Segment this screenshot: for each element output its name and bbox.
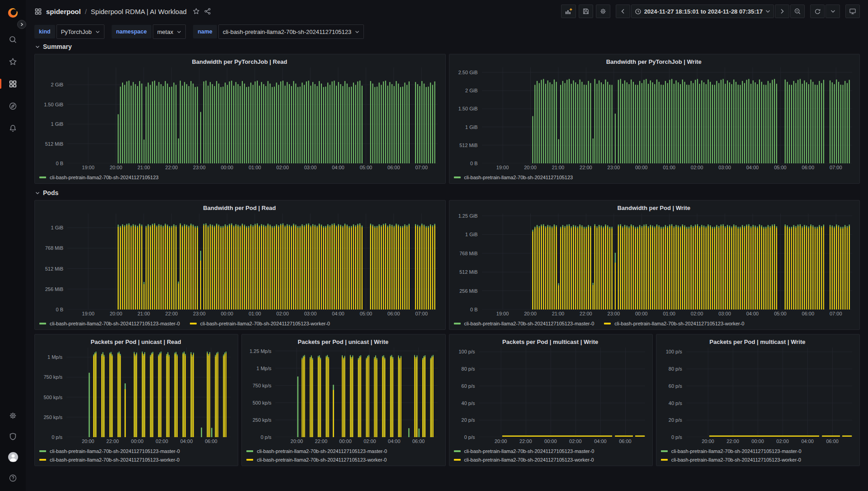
- x-tick-label: 04:00: [332, 165, 344, 170]
- legend-item[interactable]: cli-bash-pretrain-llama2-70b-sh-20241127…: [246, 448, 387, 455]
- breadcrumb-separator: /: [85, 8, 87, 15]
- chevron-down-icon: [177, 30, 181, 33]
- time-range-label: 2024-11-27 18:15:01 to 2024-11-28 07:35:…: [644, 8, 763, 15]
- sidebar-item-server-admin[interactable]: [0, 431, 26, 441]
- summary-panel-row: Bandwidth per PyTorchJob | Read0 B512 Mi…: [34, 54, 860, 184]
- chart-plot-area[interactable]: [67, 214, 438, 310]
- legend-series-name: cli-bash-pretrain-llama2-70b-sh-20241127…: [464, 320, 594, 327]
- sidebar-expand-button[interactable]: [17, 20, 26, 29]
- variable-value-dropdown-name[interactable]: cli-bash-pretrain-llama2-70b-sh-20241127…: [218, 24, 364, 39]
- x-tick-label: 05:00: [774, 165, 787, 170]
- variable-value-dropdown-kind[interactable]: PyTorchJob: [57, 24, 104, 39]
- sidebar-item-alerting[interactable]: [0, 123, 26, 133]
- share-icon[interactable]: [204, 8, 211, 15]
- variable-label-kind: kind: [34, 25, 55, 38]
- legend-item[interactable]: cli-bash-pretrain-llama2-70b-sh-20241127…: [661, 448, 802, 455]
- panel-title[interactable]: Packets per Pod | unicast | Write: [246, 338, 439, 347]
- y-tick-label: 512 MiB: [459, 143, 477, 148]
- y-tick-label: 512 MiB: [459, 269, 477, 275]
- shield-icon: [9, 432, 17, 441]
- search-icon: [9, 35, 17, 44]
- y-tick-label: 500 kp/s: [253, 400, 272, 405]
- sidebar-item-configuration[interactable]: [0, 410, 26, 420]
- legend-item[interactable]: cli-bash-pretrain-llama2-70b-sh-20241127…: [190, 320, 330, 327]
- x-tick-label: 23:00: [193, 311, 206, 316]
- star-icon[interactable]: [193, 8, 200, 15]
- panel-pkt-unicast-read: Packets per Pod | unicast | Read0 p/s250…: [34, 334, 238, 466]
- x-axis-labels: 19:0020:0021:0022:0023:0000:0001:0002:00…: [482, 165, 853, 172]
- sidebar-item-help[interactable]: [0, 473, 26, 483]
- x-tick-label: 23:00: [608, 311, 620, 316]
- time-shift-forward-button[interactable]: [775, 5, 789, 18]
- y-tick-label: 768 MiB: [459, 251, 477, 256]
- chart-plot-area[interactable]: [66, 348, 231, 437]
- chart-plot-area[interactable]: [67, 67, 438, 163]
- add-panel-button[interactable]: [561, 5, 576, 18]
- x-tick-label: 22:00: [726, 439, 739, 444]
- breadcrumb-dashboard-title[interactable]: Spiderpool RDMA | AI Workload: [91, 8, 187, 15]
- legend-swatch: [190, 323, 197, 324]
- refresh-interval-dropdown[interactable]: [826, 5, 840, 18]
- panel-pkt-multicast-write-a: Packets per Pod | multicast | Write0 p/s…: [449, 334, 653, 466]
- breadcrumb-folder[interactable]: spiderpool: [46, 8, 81, 15]
- sidebar-item-explore[interactable]: [0, 101, 26, 111]
- time-shift-back-button[interactable]: [616, 5, 630, 18]
- sidebar-item-profile[interactable]: [0, 452, 26, 462]
- section-title: Pods: [43, 189, 58, 196]
- x-tick-label: 05:00: [360, 165, 373, 170]
- y-axis-labels: 0 p/s20 p/s40 p/s60 p/s80 p/s100 p/s: [454, 348, 479, 437]
- legend-series-name: cli-bash-pretrain-llama2-70b-sh-20241127…: [50, 456, 179, 463]
- y-tick-label: 512 MiB: [45, 266, 63, 272]
- x-tick-label: 02:00: [276, 165, 289, 170]
- chevron-down-icon: [35, 191, 40, 195]
- chart-plot-area[interactable]: [479, 348, 645, 437]
- legend-item[interactable]: cli-bash-pretrain-llama2-70b-sh-20241127…: [246, 456, 387, 463]
- grafana-logo[interactable]: [7, 6, 19, 19]
- legend-item[interactable]: cli-bash-pretrain-llama2-70b-sh-20241127…: [454, 448, 594, 455]
- save-dashboard-button[interactable]: [579, 5, 593, 18]
- x-tick-label: 04:00: [180, 439, 193, 444]
- legend-item[interactable]: cli-bash-pretrain-llama2-70b-sh-20241127…: [39, 456, 179, 463]
- x-tick-label: 05:00: [360, 311, 373, 316]
- x-tick-label: 20:00: [524, 311, 537, 316]
- y-tick-label: 250 kp/s: [43, 415, 62, 420]
- panel-title[interactable]: Packets per Pod | unicast | Read: [39, 338, 232, 347]
- sidebar-item-search[interactable]: [0, 34, 26, 44]
- section-header-summary[interactable]: Summary: [35, 42, 860, 52]
- kiosk-mode-button[interactable]: [845, 5, 860, 18]
- legend-item[interactable]: cli-bash-pretrain-llama2-70b-sh-20241127…: [661, 456, 801, 463]
- sidebar-item-starred[interactable]: [0, 57, 26, 67]
- y-tick-label: 20 p/s: [669, 417, 682, 423]
- x-tick-label: 06:00: [826, 439, 839, 444]
- refresh-button[interactable]: [810, 5, 825, 18]
- legend-item[interactable]: cli-bash-pretrain-llama2-70b-sh-20241127…: [39, 174, 159, 181]
- section-header-pods[interactable]: Pods: [35, 188, 860, 198]
- chart-plot-area[interactable]: [482, 214, 853, 310]
- zoom-out-button[interactable]: [790, 5, 805, 18]
- time-range-picker[interactable]: 2024-11-27 18:15:01 to 2024-11-28 07:35:…: [631, 5, 774, 18]
- toolbar: 2024-11-27 18:15:01 to 2024-11-28 07:35:…: [561, 5, 860, 18]
- legend-item[interactable]: cli-bash-pretrain-llama2-70b-sh-20241127…: [454, 174, 573, 181]
- pods-bandwidth-panel-row: Bandwidth per Pod | Read0 B256 MiB512 Mi…: [34, 200, 860, 330]
- legend-item[interactable]: cli-bash-pretrain-llama2-70b-sh-20241127…: [454, 456, 594, 463]
- panel-title[interactable]: Packets per Pod | multicast | Write: [661, 338, 854, 347]
- chart-plot-area[interactable]: [275, 348, 438, 437]
- panel-title[interactable]: Bandwidth per Pod | Read: [39, 204, 440, 213]
- variable-value-dropdown-namespace[interactable]: metax: [153, 24, 186, 39]
- panel-title[interactable]: Packets per Pod | multicast | Write: [454, 338, 647, 347]
- legend-item[interactable]: cli-bash-pretrain-llama2-70b-sh-20241127…: [39, 448, 180, 455]
- panel-title[interactable]: Bandwidth per PyTorchJob | Write: [454, 57, 854, 67]
- panel-title[interactable]: Bandwidth per Pod | Write: [454, 204, 854, 213]
- panel-title[interactable]: Bandwidth per PyTorchJob | Read: [39, 57, 440, 67]
- chart-plot-area[interactable]: [686, 348, 852, 437]
- chart-plot-area[interactable]: [482, 67, 853, 163]
- sidebar: [0, 0, 26, 491]
- legend-item[interactable]: cli-bash-pretrain-llama2-70b-sh-20241127…: [604, 320, 744, 327]
- legend-swatch: [454, 176, 461, 178]
- sidebar-item-dashboards[interactable]: [0, 79, 26, 89]
- x-tick-label: 04:00: [594, 439, 607, 444]
- legend-item[interactable]: cli-bash-pretrain-llama2-70b-sh-20241127…: [454, 320, 594, 327]
- legend-item[interactable]: cli-bash-pretrain-llama2-70b-sh-20241127…: [39, 320, 180, 327]
- legend-series-name: cli-bash-pretrain-llama2-70b-sh-20241127…: [50, 448, 180, 455]
- dashboard-settings-button[interactable]: [596, 5, 610, 18]
